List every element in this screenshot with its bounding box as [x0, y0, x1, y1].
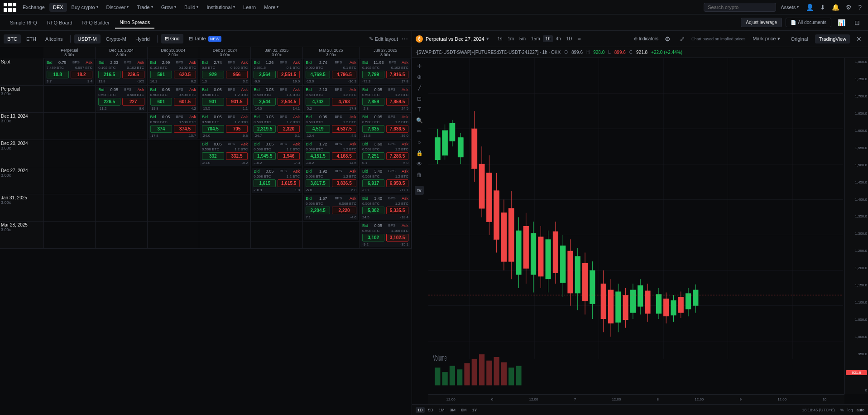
cursor-tool[interactable]: ✛	[414, 62, 425, 71]
cell-perp-jun27[interactable]: Bid 0.05 BPS Ask 0.508 BTC1.2 BTC 7,859	[360, 86, 412, 113]
tf-1m[interactable]: 1m	[505, 35, 516, 42]
indicators-button[interactable]: ⊕ Indicators	[634, 36, 658, 41]
profile-icon[interactable]: 👤	[803, 2, 816, 13]
zoom-tool[interactable]: 🔍	[414, 116, 425, 125]
nav-learn[interactable]: Learn	[240, 3, 259, 12]
chart-icon[interactable]: 📊	[835, 17, 848, 28]
eye-tool[interactable]: 👁	[414, 159, 425, 169]
layout-icon[interactable]: ⊡	[852, 17, 863, 28]
more-options-icon[interactable]: ⋯	[402, 35, 408, 43]
col-perpetual: Perpetual 3.00x	[43, 47, 95, 58]
tf-1d[interactable]: 1D	[564, 35, 575, 42]
draw-tool[interactable]: ✏	[414, 127, 425, 136]
svg-rect-70	[615, 291, 621, 322]
margin-tab-hybrid[interactable]: Hybrid	[132, 34, 153, 43]
cell-dec13-dec27[interactable]: Bid 0.05 BPS Ask 0.508 BTC1.2 BTC 704.5	[199, 113, 250, 140]
cell-spot-dec13[interactable]: Bid 2.33 BPS Ask 0.102 BTC0.102 BTC 216.…	[96, 58, 147, 86]
nav-discover[interactable]: Discover▾	[103, 3, 133, 12]
crosshair-tool[interactable]: ⊕	[414, 72, 425, 82]
rfq-board-tab[interactable]: RFQ Board	[43, 17, 77, 28]
cell-spot-dec27[interactable]: Bid 2.74 BPS Ask 0.5 BTC0.102 BTC 929	[199, 58, 250, 86]
bell-icon[interactable]: 🔔	[829, 2, 842, 13]
margin-tab-usdtm[interactable]: USDT-M	[74, 34, 101, 43]
nav-trade[interactable]: Trade▾	[133, 3, 156, 12]
cell-perp-dec13[interactable]: Bid 0.05 BPS Ask 0.508 BTC0.508 BTC 226.…	[96, 86, 147, 113]
nav-institutional[interactable]: Institutional▾	[203, 3, 239, 12]
cell-dec27-jan31[interactable]: Bid 0.05 BPS Ask 0.508 BTC1.2 BTC 1,615	[251, 167, 303, 194]
margin-tab-cryptom[interactable]: Crypto-M	[102, 34, 130, 43]
range-1d[interactable]: 1D	[416, 407, 425, 413]
tradingview-btn[interactable]: TradingView	[815, 34, 850, 43]
lock-tool[interactable]: 🔒	[414, 149, 425, 158]
cell-jan31-mar28[interactable]: Bid 1.57 BPS Ask 0.508 BTC0.508 BTC 2,20…	[303, 194, 360, 222]
range-1y[interactable]: 1Y	[470, 407, 479, 413]
measure-tool[interactable]: ⊡	[414, 94, 425, 103]
cell-perp-dec27[interactable]: Bid 0.05 BPS Ask 0.508 BTC1.2 BTC 931	[199, 86, 250, 113]
range-6m[interactable]: 6M	[459, 407, 469, 413]
settings-icon[interactable]: ⚙	[843, 2, 854, 13]
cell-dec20-mar28[interactable]: Bid 1.72 BPS Ask 0.508 BTC1.2 BTC 4,151.…	[303, 140, 360, 167]
range-5d[interactable]: 5D	[427, 407, 436, 413]
cell-perp-jan31[interactable]: Bid 0.05 BPS Ask 0.508 BTC1.4 BTC 2,544	[251, 86, 303, 113]
nav-more[interactable]: More▾	[260, 3, 282, 12]
view-grid-btn[interactable]: ⊞ Grid	[161, 34, 183, 43]
trend-tool[interactable]: ╱	[414, 83, 425, 92]
view-table-btn[interactable]: ⊟ Table NEW	[185, 34, 225, 43]
tf-15m[interactable]: 15m	[529, 35, 542, 42]
close-chart-icon[interactable]: ✕	[854, 34, 864, 44]
asset-tab-altcoins[interactable]: Altcoins	[42, 34, 67, 43]
cell-dec20-dec27[interactable]: Bid 0.05 BPS Ask 0.508 BTC1.2 BTC 332	[199, 140, 250, 167]
assets-button[interactable]: Assets▾	[777, 3, 802, 12]
nav-exchange[interactable]: Exchange	[19, 3, 48, 12]
cell-spot-jun27[interactable]: Bid 11.93 BPS Ask 0.102 BTC0.102 BTC 7,7…	[360, 58, 412, 86]
delete-tool[interactable]: 🗑	[414, 170, 425, 179]
nav-dex[interactable]: DEX	[49, 3, 67, 12]
text-tool[interactable]: T	[414, 105, 425, 114]
cell-spot-jan31[interactable]: Bid 1.26 BPS Ask 2,551.50.1 BTC 2,564	[251, 58, 303, 86]
asset-tab-btc[interactable]: BTC	[4, 34, 21, 43]
help-icon[interactable]: ?	[855, 2, 864, 13]
cell-dec27-jun27[interactable]: Bid 3.40 BPS Ask 0.508 BTC1.2 BTC 6,917	[360, 167, 412, 194]
range-3m[interactable]: 3M	[448, 407, 458, 413]
download-icon[interactable]: ⬇	[817, 2, 828, 13]
nav-build[interactable]: Build▾	[181, 3, 202, 12]
rfq-builder-tab[interactable]: RFQ Builder	[78, 17, 115, 28]
ellipse-tool[interactable]: ○	[414, 138, 425, 147]
asset-tab-eth[interactable]: ETH	[23, 34, 40, 43]
cell-dec27-mar28[interactable]: Bid 1.92 BPS Ask 0.508 BTC1.2 BTC 3,817.…	[303, 167, 360, 194]
range-1m[interactable]: 1M	[437, 407, 446, 413]
cell-dec20-jan31[interactable]: Bid 0.05 BPS Ask 0.508 BTC1.2 BTC 1,945.…	[251, 140, 303, 167]
row-mar28: Mar 28, 2025 3.00x	[0, 222, 412, 249]
cell-spot-dec20[interactable]: Bid 2.99 BPS Ask 0.102 BTC0.102 BTC 591	[147, 58, 199, 86]
nav-grow[interactable]: Grow▾	[158, 3, 180, 12]
cell-jan31-jun27[interactable]: Bid 3.40 BPS Ask 0.508 BTC1.2 BTC 5,302	[360, 194, 412, 222]
cell-spot-perp[interactable]: Bid 0.75 BPS Ask 7,489 BTC0.557 BTC 10.8	[43, 58, 95, 86]
tf-1h[interactable]: 1h	[543, 35, 552, 42]
edit-layout-button[interactable]: ✎ Edit layout	[369, 36, 398, 42]
chart-fullscreen-icon[interactable]: ⤢	[677, 34, 688, 44]
cell-spot-mar28[interactable]: Bid 2.74 BPS Ask 0.002 BTC0.1 BTC 4,769.…	[303, 58, 360, 86]
cell-mar28-jun27[interactable]: Bid 0.05 BPS Ask 0.508 BTC1.106 BTC 3,10…	[360, 222, 412, 249]
adjust-leverage-button[interactable]: Adjust leverage	[741, 18, 782, 27]
nav-buy-crypto[interactable]: Buy crypto▾	[68, 3, 102, 12]
cell-perp-dec20[interactable]: Bid 0.05 BPS Ask 0.508 BTC0.508 BTC 601	[147, 86, 199, 113]
tf-5m[interactable]: 5m	[517, 35, 528, 42]
tf-1s[interactable]: 1s	[495, 35, 505, 42]
cell-dec20-jun27[interactable]: Bid 3.60 BPS Ask 0.508 BTC1.2 BTC 7,251	[360, 140, 412, 167]
mark-price-btn[interactable]: Mark price ▾	[749, 34, 783, 43]
search-input[interactable]	[704, 3, 776, 12]
chart-settings-icon[interactable]: ⚙	[662, 34, 673, 44]
tf-4h[interactable]: 4h	[554, 35, 563, 42]
simple-rfq-tab[interactable]: Simple RFQ	[5, 17, 42, 28]
cell-dec13-dec20[interactable]: Bid 0.05 BPS Ask 0.508 BTC0.508 BTC 374	[147, 113, 199, 140]
cell-perp-mar28[interactable]: Bid 2.13 BPS Ask 0.508 BTC1.2 BTC 4,742	[303, 86, 360, 113]
original-btn[interactable]: Original	[787, 34, 812, 43]
svg-rect-54	[553, 232, 558, 273]
cell-dec13-jun27[interactable]: Bid 0.05 BPS Ask 0.508 BTC1.2 BTC 7,635	[360, 113, 412, 140]
price-h-label: H	[586, 50, 590, 55]
nitro-spreads-tab[interactable]: Nitro Spreads	[115, 17, 154, 29]
all-documents-button[interactable]: 📄 All documents	[786, 18, 831, 27]
tf-more[interactable]: ∞	[575, 35, 583, 42]
cell-dec13-mar28[interactable]: Bid 0.05 BPS Ask 0.508 BTC1.2 BTC 4,519	[303, 113, 360, 140]
cell-dec13-jan31[interactable]: Bid 0.05 BPS Ask 0.508 BTC1.2 BTC 2,319.…	[251, 113, 303, 140]
